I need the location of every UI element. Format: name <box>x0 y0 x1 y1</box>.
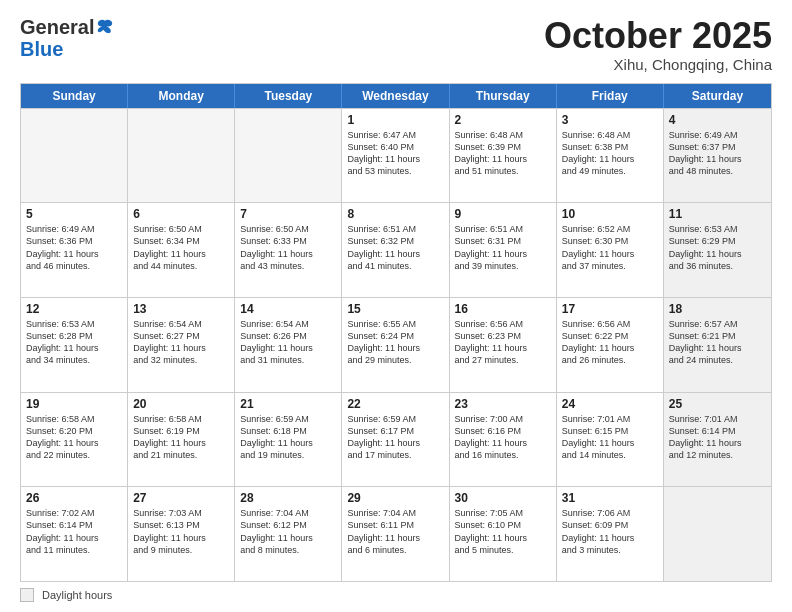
calendar-cell: 20Sunrise: 6:58 AM Sunset: 6:19 PM Dayli… <box>128 393 235 487</box>
calendar-cell <box>128 109 235 203</box>
calendar-cell: 27Sunrise: 7:03 AM Sunset: 6:13 PM Dayli… <box>128 487 235 581</box>
day-detail: Sunrise: 7:02 AM Sunset: 6:14 PM Dayligh… <box>26 507 122 556</box>
header-day: Saturday <box>664 84 771 108</box>
calendar-cell: 18Sunrise: 6:57 AM Sunset: 6:21 PM Dayli… <box>664 298 771 392</box>
calendar-row: 12Sunrise: 6:53 AM Sunset: 6:28 PM Dayli… <box>21 297 771 392</box>
legend-label: Daylight hours <box>42 589 112 601</box>
day-number: 5 <box>26 207 122 221</box>
day-number: 2 <box>455 113 551 127</box>
logo-bird-icon <box>96 18 114 36</box>
day-number: 21 <box>240 397 336 411</box>
day-number: 31 <box>562 491 658 505</box>
header: General Blue October 2025 Xihu, Chongqin… <box>20 16 772 73</box>
day-detail: Sunrise: 6:48 AM Sunset: 6:39 PM Dayligh… <box>455 129 551 178</box>
calendar-cell: 29Sunrise: 7:04 AM Sunset: 6:11 PM Dayli… <box>342 487 449 581</box>
day-detail: Sunrise: 6:58 AM Sunset: 6:19 PM Dayligh… <box>133 413 229 462</box>
day-detail: Sunrise: 6:57 AM Sunset: 6:21 PM Dayligh… <box>669 318 766 367</box>
day-detail: Sunrise: 7:03 AM Sunset: 6:13 PM Dayligh… <box>133 507 229 556</box>
day-detail: Sunrise: 7:00 AM Sunset: 6:16 PM Dayligh… <box>455 413 551 462</box>
header-day: Friday <box>557 84 664 108</box>
legend-box <box>20 588 34 602</box>
day-number: 30 <box>455 491 551 505</box>
header-day: Wednesday <box>342 84 449 108</box>
footer: Daylight hours <box>20 588 772 602</box>
day-detail: Sunrise: 6:56 AM Sunset: 6:23 PM Dayligh… <box>455 318 551 367</box>
calendar-cell: 24Sunrise: 7:01 AM Sunset: 6:15 PM Dayli… <box>557 393 664 487</box>
calendar-row: 1Sunrise: 6:47 AM Sunset: 6:40 PM Daylig… <box>21 108 771 203</box>
day-number: 6 <box>133 207 229 221</box>
day-detail: Sunrise: 7:05 AM Sunset: 6:10 PM Dayligh… <box>455 507 551 556</box>
day-number: 20 <box>133 397 229 411</box>
day-number: 15 <box>347 302 443 316</box>
day-number: 24 <box>562 397 658 411</box>
calendar-cell: 6Sunrise: 6:50 AM Sunset: 6:34 PM Daylig… <box>128 203 235 297</box>
calendar-cell: 23Sunrise: 7:00 AM Sunset: 6:16 PM Dayli… <box>450 393 557 487</box>
calendar-cell: 4Sunrise: 6:49 AM Sunset: 6:37 PM Daylig… <box>664 109 771 203</box>
header-day: Monday <box>128 84 235 108</box>
calendar-row: 26Sunrise: 7:02 AM Sunset: 6:14 PM Dayli… <box>21 486 771 581</box>
month-title: October 2025 <box>544 16 772 56</box>
day-number: 18 <box>669 302 766 316</box>
calendar-cell: 21Sunrise: 6:59 AM Sunset: 6:18 PM Dayli… <box>235 393 342 487</box>
calendar-cell: 13Sunrise: 6:54 AM Sunset: 6:27 PM Dayli… <box>128 298 235 392</box>
day-detail: Sunrise: 6:50 AM Sunset: 6:33 PM Dayligh… <box>240 223 336 272</box>
calendar-cell: 25Sunrise: 7:01 AM Sunset: 6:14 PM Dayli… <box>664 393 771 487</box>
day-detail: Sunrise: 6:49 AM Sunset: 6:36 PM Dayligh… <box>26 223 122 272</box>
calendar-cell: 15Sunrise: 6:55 AM Sunset: 6:24 PM Dayli… <box>342 298 449 392</box>
calendar-cell: 2Sunrise: 6:48 AM Sunset: 6:39 PM Daylig… <box>450 109 557 203</box>
title-block: October 2025 Xihu, Chongqing, China <box>544 16 772 73</box>
subtitle: Xihu, Chongqing, China <box>544 56 772 73</box>
day-number: 25 <box>669 397 766 411</box>
calendar-header: SundayMondayTuesdayWednesdayThursdayFrid… <box>21 84 771 108</box>
calendar-cell: 3Sunrise: 6:48 AM Sunset: 6:38 PM Daylig… <box>557 109 664 203</box>
day-number: 1 <box>347 113 443 127</box>
day-number: 22 <box>347 397 443 411</box>
day-number: 4 <box>669 113 766 127</box>
calendar-cell <box>235 109 342 203</box>
day-detail: Sunrise: 6:55 AM Sunset: 6:24 PM Dayligh… <box>347 318 443 367</box>
logo-general: General <box>20 16 94 38</box>
day-detail: Sunrise: 6:47 AM Sunset: 6:40 PM Dayligh… <box>347 129 443 178</box>
day-detail: Sunrise: 6:58 AM Sunset: 6:20 PM Dayligh… <box>26 413 122 462</box>
day-detail: Sunrise: 7:04 AM Sunset: 6:12 PM Dayligh… <box>240 507 336 556</box>
day-number: 10 <box>562 207 658 221</box>
day-number: 19 <box>26 397 122 411</box>
calendar-cell: 14Sunrise: 6:54 AM Sunset: 6:26 PM Dayli… <box>235 298 342 392</box>
day-number: 14 <box>240 302 336 316</box>
day-detail: Sunrise: 6:54 AM Sunset: 6:26 PM Dayligh… <box>240 318 336 367</box>
calendar-cell: 17Sunrise: 6:56 AM Sunset: 6:22 PM Dayli… <box>557 298 664 392</box>
day-number: 7 <box>240 207 336 221</box>
day-detail: Sunrise: 7:04 AM Sunset: 6:11 PM Dayligh… <box>347 507 443 556</box>
calendar-cell: 8Sunrise: 6:51 AM Sunset: 6:32 PM Daylig… <box>342 203 449 297</box>
day-number: 28 <box>240 491 336 505</box>
day-detail: Sunrise: 6:53 AM Sunset: 6:28 PM Dayligh… <box>26 318 122 367</box>
day-number: 27 <box>133 491 229 505</box>
page: General Blue October 2025 Xihu, Chongqin… <box>0 0 792 612</box>
header-day: Thursday <box>450 84 557 108</box>
day-number: 11 <box>669 207 766 221</box>
day-detail: Sunrise: 6:59 AM Sunset: 6:18 PM Dayligh… <box>240 413 336 462</box>
calendar-cell: 28Sunrise: 7:04 AM Sunset: 6:12 PM Dayli… <box>235 487 342 581</box>
calendar-cell: 22Sunrise: 6:59 AM Sunset: 6:17 PM Dayli… <box>342 393 449 487</box>
day-number: 16 <box>455 302 551 316</box>
calendar-body: 1Sunrise: 6:47 AM Sunset: 6:40 PM Daylig… <box>21 108 771 581</box>
day-detail: Sunrise: 6:59 AM Sunset: 6:17 PM Dayligh… <box>347 413 443 462</box>
day-number: 23 <box>455 397 551 411</box>
day-detail: Sunrise: 7:01 AM Sunset: 6:14 PM Dayligh… <box>669 413 766 462</box>
day-detail: Sunrise: 6:50 AM Sunset: 6:34 PM Dayligh… <box>133 223 229 272</box>
calendar-row: 19Sunrise: 6:58 AM Sunset: 6:20 PM Dayli… <box>21 392 771 487</box>
calendar-cell: 1Sunrise: 6:47 AM Sunset: 6:40 PM Daylig… <box>342 109 449 203</box>
header-day: Tuesday <box>235 84 342 108</box>
calendar-cell: 26Sunrise: 7:02 AM Sunset: 6:14 PM Dayli… <box>21 487 128 581</box>
day-number: 3 <box>562 113 658 127</box>
calendar-cell: 16Sunrise: 6:56 AM Sunset: 6:23 PM Dayli… <box>450 298 557 392</box>
calendar-cell: 10Sunrise: 6:52 AM Sunset: 6:30 PM Dayli… <box>557 203 664 297</box>
calendar-cell: 5Sunrise: 6:49 AM Sunset: 6:36 PM Daylig… <box>21 203 128 297</box>
logo: General Blue <box>20 16 114 61</box>
day-detail: Sunrise: 6:53 AM Sunset: 6:29 PM Dayligh… <box>669 223 766 272</box>
day-number: 29 <box>347 491 443 505</box>
calendar-cell: 9Sunrise: 6:51 AM Sunset: 6:31 PM Daylig… <box>450 203 557 297</box>
day-number: 9 <box>455 207 551 221</box>
calendar-cell: 31Sunrise: 7:06 AM Sunset: 6:09 PM Dayli… <box>557 487 664 581</box>
day-detail: Sunrise: 6:54 AM Sunset: 6:27 PM Dayligh… <box>133 318 229 367</box>
